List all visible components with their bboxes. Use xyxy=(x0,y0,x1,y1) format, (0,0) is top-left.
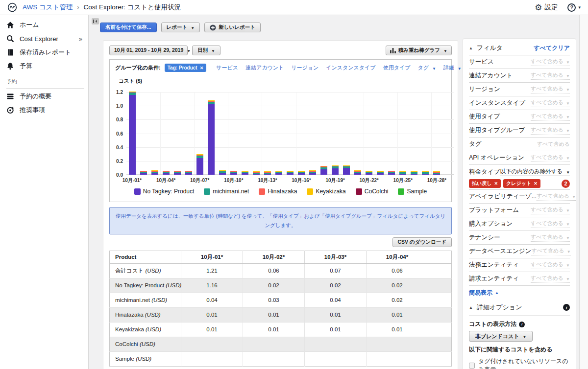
settings-link[interactable]: 設定 xyxy=(544,3,558,12)
y-axis-tick: 0.2 xyxy=(109,159,123,164)
bar-segment xyxy=(388,171,395,172)
filter-label: サービス xyxy=(469,58,494,66)
group-by-link[interactable]: リージョン xyxy=(291,64,318,71)
bar-segment xyxy=(140,173,147,175)
bar-segment xyxy=(208,101,215,102)
bar-segment xyxy=(208,102,215,104)
filter-value-dropdown[interactable]: すべて含める▼ xyxy=(531,71,570,80)
cost-value: 1.16 xyxy=(181,278,243,293)
simple-view-link[interactable]: 簡易表示▲ xyxy=(469,286,499,297)
remove-tag-icon[interactable]: ✕ xyxy=(494,181,498,186)
scrollbar-track[interactable] xyxy=(579,15,588,369)
charge-type-value[interactable]: 以下の内容のみ除外する▼ xyxy=(500,168,570,176)
legend-item[interactable]: Sample xyxy=(398,188,427,195)
filter-value-dropdown[interactable]: すべて含める▼ xyxy=(531,220,570,228)
legend-item[interactable]: michimani.net xyxy=(204,188,249,195)
info-icon[interactable]: i xyxy=(519,322,525,327)
bar-segment xyxy=(433,171,440,172)
filter-value-dropdown[interactable]: すべて含める▼ xyxy=(531,154,570,162)
filter-value-dropdown[interactable]: すべて含める▼ xyxy=(531,85,570,93)
filter-tag-pill[interactable]: 払い戻し✕ xyxy=(469,179,501,188)
new-report-button[interactable]: 新しいレポート xyxy=(204,23,261,32)
bar-segment xyxy=(411,171,417,172)
search-icon xyxy=(6,35,14,43)
filter-value-dropdown[interactable]: すべて含める▼ xyxy=(531,113,570,121)
date-range-button[interactable]: 10月 01, 2019 - 10月 29, 2019▼ xyxy=(109,46,188,55)
filter-value-dropdown[interactable]: すべて含める▼ xyxy=(531,261,570,269)
filter-label: 法務エンティティ xyxy=(469,261,519,269)
settings-gear-icon[interactable]: ⚙ xyxy=(535,2,542,13)
group-by-active-tag[interactable]: Tag: Product✕ xyxy=(165,64,206,72)
x-axis-tick: 10月-04* xyxy=(151,177,181,184)
chart-type-button[interactable]: 積み重ね棒グラフ▼ xyxy=(386,46,452,55)
bar-segment xyxy=(264,174,271,175)
filter-row: データベースエンジンすべて含める▼ xyxy=(469,245,570,258)
filter-value-dropdown[interactable]: すべて含める▼ xyxy=(537,192,576,201)
bar-segment xyxy=(185,171,192,171)
reports-dropdown-button[interactable]: レポート▼ xyxy=(161,23,200,32)
cost-value: 0.01 xyxy=(243,307,305,322)
filter-value-dropdown[interactable]: すべて含める▼ xyxy=(531,99,570,107)
filter-tag-pill[interactable]: クレジット✕ xyxy=(503,179,540,188)
bar-segment xyxy=(388,171,395,171)
caret-down-icon: ▼ xyxy=(443,49,447,53)
bar-segment xyxy=(309,172,316,173)
sidebar-item[interactable]: 推奨事項 xyxy=(0,103,88,117)
download-csv-button[interactable]: CSV のダウンロード xyxy=(392,237,452,247)
sidebar-item-label: 予算 xyxy=(20,62,32,70)
help-icon[interactable]: ? xyxy=(567,3,576,12)
filter-value-dropdown[interactable]: すべて含める▼ xyxy=(531,247,570,255)
granularity-button[interactable]: 日別▼ xyxy=(192,46,220,55)
filter-value-dropdown[interactable]: すべて含める▼ xyxy=(531,58,570,66)
filter-value-dropdown[interactable]: すべて含める▼ xyxy=(531,206,570,214)
collapse-triangle-icon[interactable]: ▲ xyxy=(469,46,473,50)
row-label: Keyakizaka (USD) xyxy=(110,322,181,337)
filter-value-dropdown[interactable]: すべて含める▼ xyxy=(531,233,570,242)
sidebar-item[interactable]: 予算 xyxy=(0,59,88,73)
untagged-resources-checkbox[interactable] xyxy=(469,363,475,369)
group-by-more-link[interactable]: 詳細▼ xyxy=(443,64,462,71)
left-sidebar: ホームCost Explorer»保存済みレポート予算 予約 予約の概要推奨事項 xyxy=(0,15,89,369)
legend-swatch xyxy=(356,188,362,195)
bar-segment xyxy=(219,171,226,173)
filter-value-dropdown[interactable]: すべて含める xyxy=(537,140,570,148)
info-icon[interactable]: i xyxy=(563,304,570,311)
cost-value xyxy=(305,351,367,366)
bar-segment xyxy=(242,172,248,173)
bar-segment xyxy=(377,172,384,172)
cost-value: 0.04 xyxy=(305,293,367,307)
chart-card: グループ化の条件: Tag: Product✕ サービス連結アカウントリージョン… xyxy=(109,59,452,202)
filter-label: 購入オプション xyxy=(469,220,513,228)
filter-value-dropdown[interactable]: すべて含める▼ xyxy=(531,126,570,135)
collapse-triangle-icon[interactable]: ▲ xyxy=(469,305,473,310)
breadcrumb-cost-management[interactable]: AWS コスト管理 xyxy=(23,3,73,12)
sidebar-item[interactable]: ホーム xyxy=(0,18,88,32)
save-as-button[interactable]: 名前を付けて保存... xyxy=(100,23,157,32)
aws-logo-icon[interactable] xyxy=(7,2,17,12)
bar-segment xyxy=(253,171,260,172)
remove-tag-icon[interactable]: ✕ xyxy=(534,181,538,186)
sidebar-item[interactable]: Cost Explorer» xyxy=(0,32,88,46)
group-by-tag-link[interactable]: タグ▼ xyxy=(417,64,436,71)
sidebar-item[interactable]: 予約の概要 xyxy=(0,90,88,103)
legend-item[interactable]: Hinatazaka xyxy=(259,188,297,195)
sidebar-item[interactable]: 保存済みレポート xyxy=(0,46,88,59)
group-by-link[interactable]: 連結アカウント xyxy=(245,64,284,71)
bar-segment xyxy=(129,92,136,92)
group-by-link[interactable]: インスタンスタイプ xyxy=(326,64,375,71)
filter-value-dropdown[interactable]: すべて含める▼ xyxy=(531,275,570,283)
remove-tag-icon[interactable]: ✕ xyxy=(200,66,204,70)
legend-item[interactable]: No Tagkey: Product xyxy=(134,188,195,195)
group-by-link[interactable]: サービス xyxy=(216,64,238,71)
legend-item[interactable]: Keyakizaka xyxy=(307,188,345,195)
cost-display-dropdown[interactable]: 非ブレンドコスト▼ xyxy=(469,331,533,342)
bar-segment xyxy=(275,172,282,172)
clear-all-filters-link[interactable]: すべてクリア xyxy=(534,44,570,52)
collapse-sidebar-icon[interactable] xyxy=(92,18,99,26)
legend-item[interactable]: CoColchi xyxy=(356,188,389,195)
bar-segment xyxy=(185,172,192,174)
group-by-link[interactable]: 使用タイプ xyxy=(383,64,411,71)
sidebar-item-label: 予約の概要 xyxy=(20,92,51,101)
bar-segment xyxy=(275,173,282,175)
bar-segment xyxy=(287,171,294,171)
